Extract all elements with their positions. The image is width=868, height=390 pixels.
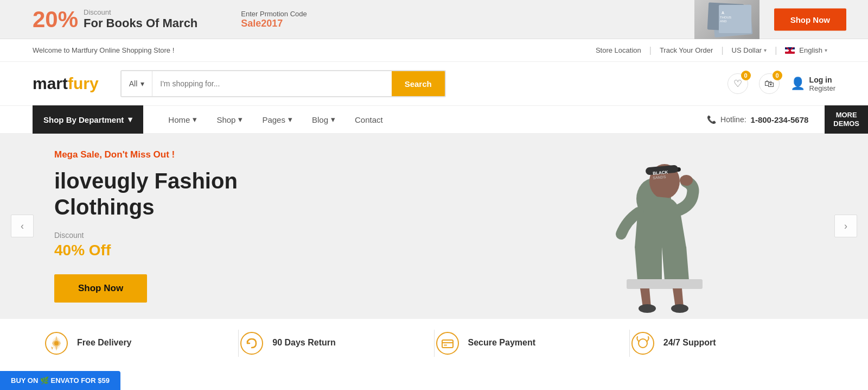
phone-icon: 📞 — [707, 115, 716, 124]
nav-link-contact[interactable]: Contact — [346, 105, 392, 134]
hotline-number: 1-800-234-5678 — [751, 115, 809, 124]
login-text: Log in Register — [809, 76, 835, 92]
logo[interactable]: martfury — [33, 74, 99, 93]
dept-btn-label: Shop By Department — [43, 115, 124, 124]
promo-code-value: Sale2017 — [241, 18, 307, 29]
login-area[interactable]: 👤 Log in Register — [790, 76, 835, 92]
svg-point-15 — [671, 304, 688, 313]
rocket-icon — [43, 330, 69, 356]
payment-title: Secure Payment — [468, 338, 536, 348]
free-delivery-text: Free Delivery — [77, 338, 132, 349]
currency-label: US Dollar — [732, 46, 762, 54]
hero-title-line2: Clothings — [54, 195, 154, 219]
hero-content: Mega Sale, Don't Miss Out ! iloveugly Fa… — [0, 134, 868, 318]
hero-title-line1: iloveugly Fashion — [54, 169, 238, 193]
utility-bar: Welcome to Martfury Online Shopping Stor… — [0, 39, 868, 62]
store-location-link[interactable]: Store Location — [588, 46, 649, 54]
slider-next-button[interactable]: › — [834, 215, 857, 237]
features-bar: Free Delivery 90 Days Return Secure Pay — [0, 318, 868, 367]
nav-link-shop[interactable]: Shop ▾ — [208, 105, 251, 134]
nav-home-chevron-icon: ▾ — [193, 115, 197, 124]
promo-code-block: Enter Prmotion Code Sale2017 — [241, 10, 307, 29]
header-actions: ♡ 0 🛍 0 👤 Log in Register — [727, 73, 835, 94]
svg-text:AND: AND — [720, 20, 727, 23]
search-category-chevron-icon: ▾ — [141, 79, 144, 88]
promo-enter-label: Enter Prmotion Code — [241, 10, 307, 18]
nav-blog-chevron-icon: ▾ — [331, 115, 335, 124]
nav-pages-label: Pages — [262, 115, 285, 124]
hero-image-area: BLACK SANDS — [532, 144, 760, 318]
language-label: English — [799, 46, 822, 54]
svg-point-23 — [632, 332, 654, 354]
header: martfury All ▾ Search ♡ 0 🛍 0 👤 Log in R… — [0, 62, 868, 105]
feature-support: 24/7 Support — [630, 330, 825, 356]
currency-chevron-icon: ▾ — [764, 47, 767, 53]
svg-point-14 — [639, 304, 656, 313]
flag-icon — [785, 47, 795, 54]
currency-selector[interactable]: US Dollar ▾ — [724, 46, 775, 54]
free-delivery-title: Free Delivery — [77, 338, 132, 348]
feature-free-delivery: Free Delivery — [43, 330, 238, 356]
feature-secure-payment: Secure Payment — [435, 330, 629, 356]
shop-by-department-button[interactable]: Shop By Department ▾ — [33, 105, 143, 134]
heart-icon: ♡ — [733, 78, 742, 90]
nav-bar: Shop By Department ▾ Home ▾ Shop ▾ Pages… — [0, 105, 868, 134]
nav-link-blog[interactable]: Blog ▾ — [303, 105, 344, 134]
svg-point-24 — [639, 339, 647, 348]
hero-mega-sale-text: Mega Sale, Don't Miss Out ! — [54, 149, 238, 160]
book-stack-svg: A THOUS AND — [697, 1, 757, 39]
promo-text-block: Discount For Books Of March — [84, 8, 197, 30]
nav-link-pages[interactable]: Pages ▾ — [253, 105, 301, 134]
nav-links: Home ▾ Shop ▾ Pages ▾ Blog ▾ Contact — [159, 105, 691, 134]
slider-prev-button[interactable]: ‹ — [11, 215, 34, 237]
support-title: 24/7 Support — [663, 338, 716, 348]
wishlist-icon-circle: ♡ 0 — [727, 73, 748, 94]
wishlist-button[interactable]: ♡ 0 — [727, 73, 748, 94]
language-chevron-icon: ▾ — [825, 47, 827, 53]
promo-bar: 20% Discount For Books Of March Enter Pr… — [0, 0, 868, 39]
more-demos-button[interactable]: MOREDEMOS — [825, 105, 868, 134]
user-icon: 👤 — [790, 77, 805, 91]
svg-rect-2 — [719, 5, 751, 33]
hero-slider: ‹ Mega Sale, Don't Miss Out ! iloveugly … — [0, 134, 868, 318]
login-label: Log in — [809, 76, 835, 84]
hero-discount-value: 40% Off — [54, 242, 238, 259]
return-text: 90 Days Return — [272, 338, 336, 349]
search-button[interactable]: Search — [392, 71, 445, 96]
support-icon — [630, 330, 656, 356]
hero-person-svg: BLACK SANDS — [556, 150, 735, 318]
nav-blog-label: Blog — [312, 115, 328, 124]
hero-title: iloveugly Fashion Clothings — [54, 168, 238, 220]
hotline-label: Hotline: — [720, 115, 746, 124]
promo-shop-now-button[interactable]: Shop Now — [774, 8, 846, 30]
return-title: 90 Days Return — [272, 338, 336, 348]
cart-icon-circle: 🛍 0 — [759, 73, 780, 94]
svg-text:A: A — [722, 11, 724, 15]
nav-link-home[interactable]: Home ▾ — [159, 105, 206, 134]
search-input[interactable] — [152, 71, 391, 96]
search-category-selector[interactable]: All ▾ — [122, 71, 153, 96]
promo-discount-label: Discount — [84, 8, 197, 16]
hero-text-area: Mega Sale, Don't Miss Out ! iloveugly Fa… — [54, 149, 238, 303]
wishlist-badge: 0 — [741, 71, 751, 80]
svg-rect-20 — [442, 340, 453, 348]
return-icon — [239, 330, 265, 356]
language-selector[interactable]: English ▾ — [777, 46, 835, 54]
logo-mart: mart — [33, 74, 68, 92]
hero-discount-label: Discount — [54, 231, 238, 240]
hotline-area: 📞 Hotline: 1-800-234-5678 — [691, 115, 825, 124]
cart-button[interactable]: 🛍 0 — [759, 73, 780, 94]
svg-point-17 — [54, 341, 59, 345]
nav-shop-label: Shop — [216, 115, 235, 124]
cart-icon: 🛍 — [764, 78, 774, 90]
search-category-label: All — [129, 79, 138, 88]
feature-90-days-return: 90 Days Return — [239, 330, 433, 356]
welcome-text: Welcome to Martfury Online Shopping Stor… — [33, 46, 174, 54]
svg-rect-22 — [444, 344, 447, 346]
dept-chevron-icon: ▾ — [128, 115, 132, 124]
svg-point-18 — [241, 332, 263, 354]
hero-shop-now-button[interactable]: Shop Now — [54, 274, 147, 303]
svg-point-12 — [680, 175, 693, 186]
track-order-link[interactable]: Track Your Order — [652, 46, 722, 54]
nav-home-label: Home — [168, 115, 190, 124]
